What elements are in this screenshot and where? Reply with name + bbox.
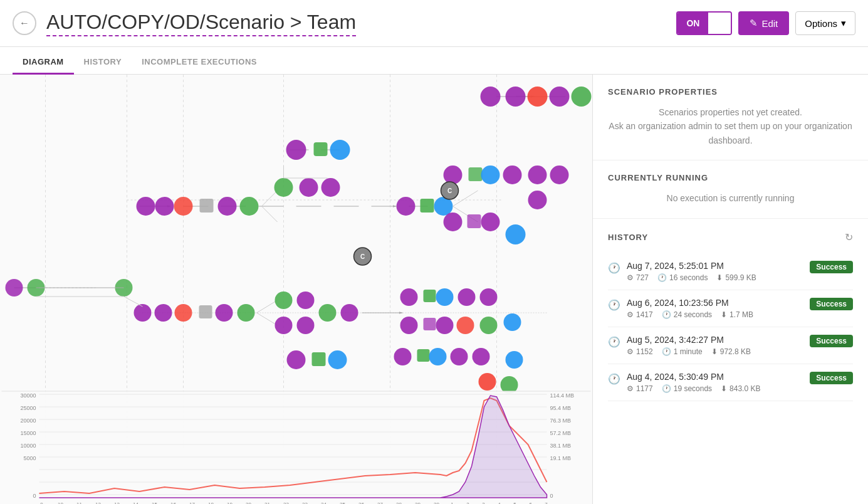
toggle-on-label: ON (677, 13, 708, 34)
svg-text:C: C (360, 253, 365, 260)
currently-running-title: CURRENTLY RUNNING (608, 173, 853, 182)
svg-point-84 (400, 288, 418, 306)
svg-text:1·: 1· (451, 501, 455, 504)
scenario-props-line2: Ask an organization admin to set them up… (609, 121, 852, 145)
ops-value: 727 (636, 273, 649, 282)
svg-point-12 (528, 87, 548, 107)
tab-history[interactable]: HISTORY (74, 51, 132, 75)
refresh-icon[interactable]: ↻ (845, 231, 853, 243)
data-value: 843.0 KB (729, 384, 760, 393)
svg-point-101 (451, 348, 468, 365)
svg-text:4·: 4· (498, 501, 502, 504)
diagram-area[interactable]: C (0, 75, 592, 504)
svg-point-49 (444, 165, 463, 184)
svg-text:5·: 5· (513, 501, 518, 504)
toggle-button[interactable]: ON (676, 11, 732, 35)
history-section: HISTORY ↻ 🕐 Aug 7, 2024, 5:25:01 PM ⚙ 72… (593, 219, 868, 414)
svg-point-59 (506, 224, 526, 244)
svg-point-39 (300, 178, 318, 197)
svg-point-55 (444, 213, 463, 231)
svg-line-76 (257, 313, 278, 325)
tab-history-label: HISTORY (84, 57, 122, 66)
svg-point-77 (275, 291, 293, 309)
svg-text:2·: 2· (466, 501, 471, 504)
chevron-down-icon: ▾ (841, 18, 846, 29)
ops-icon: ⚙ (627, 310, 634, 319)
svg-text:114.4 MB: 114.4 MB (550, 392, 575, 399)
history-item[interactable]: 🕐 Aug 4, 2024, 5:30:49 PM ⚙ 1177 🕐 19 se… (608, 364, 853, 401)
svg-rect-90 (424, 318, 436, 330)
svg-point-51 (481, 165, 500, 184)
svg-point-58 (528, 191, 547, 209)
history-meta: ⚙ 727 🕐 16 seconds ⬇ 599.9 KB (627, 273, 756, 282)
diagram-canvas: C (0, 75, 592, 504)
svg-point-86 (436, 288, 454, 306)
svg-point-105 (506, 351, 523, 369)
status-badge: Success (810, 261, 853, 273)
svg-text:23·: 23· (302, 501, 309, 504)
options-button[interactable]: Options ▾ (795, 11, 855, 35)
svg-text:C: C (447, 187, 452, 194)
duration-meta: 🕐 19 seconds (662, 384, 712, 393)
data-value: 972.8 KB (720, 347, 751, 356)
svg-text:13·: 13· (114, 501, 121, 504)
svg-point-74 (238, 304, 255, 322)
edit-icon: ✎ (750, 18, 758, 29)
back-arrow-icon: ← (19, 18, 29, 29)
history-date: Aug 6, 2024, 10:23:56 PM (627, 298, 753, 308)
history-date: Aug 4, 2024, 5:30:49 PM (627, 372, 760, 382)
history-item[interactable]: 🕐 Aug 6, 2024, 10:23:56 PM ⚙ 1417 🕐 24 s… (608, 290, 853, 327)
header: ← AUTO/COPY/OD/Scenario > Team ON ✎ Edit… (0, 0, 868, 47)
svg-text:95.4 MB: 95.4 MB (550, 405, 572, 411)
data-meta: ⬇ 1.7 MB (721, 310, 753, 319)
edit-button[interactable]: ✎ Edit (738, 11, 789, 35)
svg-point-54 (550, 165, 569, 184)
data-meta: ⬇ 972.8 KB (711, 347, 751, 356)
history-date: Aug 7, 2024, 5:25:01 PM (627, 261, 756, 271)
scenario-properties-text: Scenarios properties not yet created. As… (608, 105, 853, 147)
svg-point-32 (174, 197, 193, 216)
svg-point-13 (550, 87, 570, 107)
tab-diagram[interactable]: DIAGRAM (13, 51, 74, 75)
svg-rect-45 (421, 199, 434, 213)
history-item[interactable]: 🕐 Aug 5, 2024, 3:42:27 PM ⚙ 1152 🕐 1 min… (608, 327, 853, 364)
ops-meta: ⚙ 727 (627, 273, 649, 282)
svg-point-53 (528, 165, 547, 184)
svg-text:9·: 9· (40, 501, 44, 504)
svg-point-103 (479, 373, 496, 391)
svg-point-95 (287, 350, 306, 369)
history-item[interactable]: 🕐 Aug 7, 2024, 5:25:01 PM ⚙ 727 🕐 16 sec… (608, 253, 853, 290)
ops-icon: ⚙ (627, 273, 634, 282)
back-button[interactable]: ← (13, 11, 36, 35)
svg-text:38.1 MB: 38.1 MB (550, 443, 572, 449)
tab-incomplete-executions[interactable]: INCOMPLETE EXECUTIONS (132, 51, 267, 75)
history-date: Aug 5, 2024, 3:42:27 PM (627, 335, 751, 345)
svg-point-79 (275, 317, 293, 334)
toggle-off-area (708, 13, 731, 34)
svg-text:6·: 6· (529, 501, 533, 504)
svg-point-93 (457, 317, 474, 334)
svg-point-97 (328, 350, 347, 369)
main-content: C (0, 75, 868, 504)
scenario-properties-title: SCENARIO PROPERTIES (608, 87, 853, 97)
svg-rect-56 (468, 214, 481, 228)
history-title: HISTORY (608, 233, 648, 242)
right-panel: SCENARIO PROPERTIES Scenarios properties… (592, 75, 868, 504)
history-item-info: Aug 6, 2024, 10:23:56 PM ⚙ 1417 🕐 24 sec… (627, 298, 753, 319)
svg-text:7·: 7· (545, 501, 549, 504)
svg-point-102 (473, 348, 490, 365)
svg-point-81 (319, 304, 337, 322)
duration-icon: 🕐 (662, 310, 671, 319)
svg-text:22·: 22· (283, 501, 290, 504)
svg-text:18·: 18· (208, 501, 215, 504)
svg-point-40 (322, 178, 340, 197)
svg-line-75 (257, 300, 278, 313)
svg-text:16·: 16· (170, 501, 177, 504)
ops-value: 1152 (636, 347, 653, 356)
svg-point-14 (572, 87, 592, 107)
options-label: Options (805, 18, 837, 29)
duration-value: 24 seconds (674, 310, 712, 319)
data-icon: ⬇ (721, 310, 727, 319)
svg-text:19·: 19· (227, 501, 234, 504)
svg-point-63 (6, 279, 23, 297)
